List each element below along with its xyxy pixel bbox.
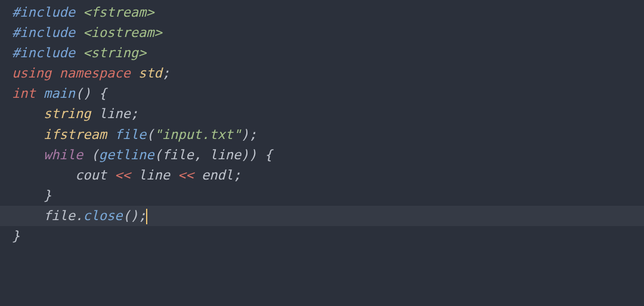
code-token: (: [83, 147, 99, 162]
code-block: #include <fstream>#include <iostream>#in…: [12, 2, 632, 246]
code-token: <string>: [83, 45, 146, 60]
code-token: [12, 106, 44, 121]
code-line: }: [12, 226, 632, 246]
code-line: }: [12, 186, 632, 206]
code-line: #include <string>: [12, 43, 632, 63]
code-token: cout: [12, 168, 114, 183]
code-token: line: [131, 168, 178, 183]
code-token: namespace: [59, 66, 130, 81]
code-line: string line;: [12, 104, 632, 124]
code-token: [12, 147, 44, 162]
code-token: () {: [75, 86, 107, 101]
code-token: endl;: [194, 168, 241, 183]
code-token: main: [44, 86, 75, 101]
code-line: while (getline(file, line)) {: [12, 145, 632, 165]
code-token: <<: [114, 168, 131, 183]
code-token: <fstream>: [83, 5, 154, 20]
code-token: ;: [162, 66, 170, 81]
code-token: [51, 66, 59, 81]
code-token: ifstream: [44, 127, 107, 142]
code-token: (: [146, 127, 154, 142]
code-token: [12, 127, 44, 142]
code-token: <<: [178, 168, 194, 183]
text-cursor: [146, 209, 147, 224]
code-token: #include: [12, 5, 83, 20]
code-token: close: [83, 208, 122, 223]
code-line: #include <fstream>: [12, 2, 632, 23]
code-token: line;: [91, 106, 138, 121]
code-token: ();: [122, 208, 146, 223]
code-token: file.: [12, 208, 83, 223]
code-token: <iostream>: [83, 25, 162, 40]
code-editor[interactable]: #include <fstream>#include <iostream>#in…: [12, 2, 632, 246]
code-token: (file, line)) {: [154, 147, 273, 162]
code-token: string: [44, 106, 91, 121]
code-token: while: [44, 147, 83, 162]
code-token: file: [114, 127, 146, 142]
code-token: [131, 66, 138, 81]
code-token: #include: [12, 25, 83, 40]
code-token: [36, 86, 44, 101]
code-line: using namespace std;: [12, 63, 632, 84]
code-token: #include: [12, 45, 83, 60]
code-token: }: [12, 228, 20, 243]
code-token: int: [12, 86, 36, 101]
code-token: [107, 127, 114, 142]
code-line: file.close();: [0, 206, 644, 226]
code-token: "input.txt": [154, 127, 241, 142]
code-token: std: [138, 66, 162, 81]
code-token: }: [12, 188, 51, 203]
code-token: using: [12, 66, 51, 81]
code-line: int main() {: [12, 84, 632, 104]
code-token: );: [241, 127, 257, 142]
code-line: cout << line << endl;: [12, 165, 632, 186]
code-line: ifstream file("input.txt");: [12, 125, 632, 145]
code-line: #include <iostream>: [12, 23, 632, 43]
code-token: getline: [99, 147, 154, 162]
